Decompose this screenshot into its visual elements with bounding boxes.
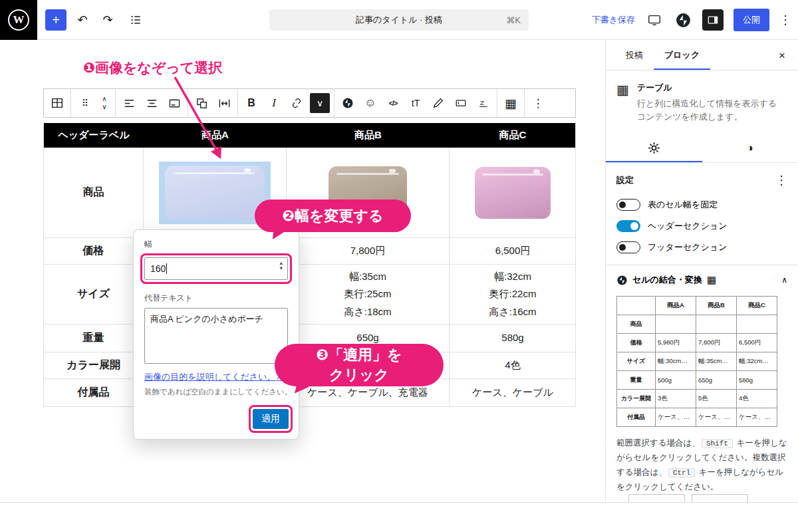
table-cell[interactable]: 幅:32cm奥行:22cm高さ:16cm — [450, 265, 576, 324]
inline-code-icon[interactable]: </> — [382, 92, 404, 114]
mini-cell[interactable]: 付属品 — [617, 408, 656, 427]
table-cell[interactable]: 幅:35cm奥行:25cm高さ:18cm — [287, 265, 450, 324]
row-label[interactable]: サイズ — [44, 265, 144, 324]
mini-cell[interactable] — [656, 315, 696, 334]
table-cell[interactable]: 7,800円 — [287, 238, 450, 264]
move-down-icon[interactable]: ∨ — [102, 104, 106, 110]
mini-cell[interactable] — [737, 315, 777, 334]
mini-cell[interactable]: カラー展開 — [617, 390, 656, 408]
link-icon[interactable] — [285, 92, 308, 114]
row-label[interactable]: 商品 — [44, 148, 144, 237]
toggle-footer-section[interactable]: フッターセクション — [606, 237, 798, 258]
mini-cell[interactable]: 重量 — [617, 371, 656, 390]
toggle-off-switch[interactable] — [616, 241, 640, 253]
mini-cell[interactable]: 4色 — [737, 390, 777, 408]
align-left-icon[interactable] — [118, 92, 140, 114]
block-inserter-button[interactable]: + — [45, 9, 66, 31]
mini-cell[interactable]: 価格 — [617, 334, 656, 352]
options-kebab-icon[interactable]: ⋮ — [779, 13, 791, 27]
close-icon[interactable]: × — [773, 47, 791, 65]
tab-settings-gear-icon[interactable] — [606, 134, 702, 162]
mini-cell[interactable]: 650g — [696, 371, 737, 390]
toggle-header-section[interactable]: ヘッダーセクション — [606, 215, 798, 237]
mini-cell[interactable]: 商品 — [617, 315, 656, 334]
toggle-fixed-cell-width[interactable]: 表のセル幅を固定 — [606, 194, 798, 215]
italic-icon[interactable]: I — [263, 92, 285, 114]
header-cell[interactable]: ヘッダーラベル — [44, 123, 144, 148]
mini-cell[interactable]: 幅:30cm… — [656, 352, 696, 371]
alt-text-textarea[interactable]: 商品A ピンクの小さめポーチ — [144, 308, 288, 364]
mini-cell[interactable]: 3色 — [656, 390, 696, 408]
table-cell[interactable]: ケース、ケーブル — [450, 379, 576, 406]
letter-case-icon[interactable]: tT — [404, 92, 427, 114]
mini-cell[interactable] — [696, 315, 737, 334]
tab-post[interactable]: 投稿 — [615, 40, 654, 70]
header-cell[interactable]: 商品C — [450, 123, 576, 148]
row-label[interactable]: 重量 — [44, 325, 144, 352]
toggle-on-switch[interactable] — [616, 220, 640, 232]
settings-kebab-icon[interactable]: ⋮ — [775, 173, 787, 188]
toggle-off-switch[interactable] — [616, 199, 640, 211]
sidebar-bottom-button[interactable] — [692, 494, 748, 502]
bold-icon[interactable]: B — [240, 92, 263, 114]
apply-button[interactable]: 適用 — [253, 409, 289, 429]
mini-cell[interactable]: 5色 — [696, 390, 737, 408]
table-cell[interactable]: 6,500円 — [450, 238, 576, 264]
mini-cell[interactable]: ケース、… — [656, 408, 696, 427]
emoji-icon[interactable]: ☺ — [359, 92, 382, 114]
mini-cell[interactable]: 幅:35cm… — [696, 352, 737, 371]
list-view-icon[interactable] — [125, 9, 146, 31]
mini-cell[interactable]: サイズ — [617, 352, 656, 371]
move-up-down-icons[interactable]: ∧ ∨ — [96, 92, 113, 114]
alt-text-help-link[interactable]: 画像の目的を説明してください。↗ — [144, 371, 283, 383]
sidebar-bottom-button[interactable] — [628, 494, 685, 502]
pouch-image-c[interactable] — [475, 167, 551, 219]
tab-block[interactable]: ブロック — [654, 40, 710, 70]
row-label[interactable]: 付属品 — [44, 379, 144, 406]
publish-button[interactable]: 公開 — [733, 9, 769, 31]
jetpack-format-icon[interactable] — [336, 92, 359, 114]
row-label[interactable]: カラー展開 — [44, 352, 144, 378]
textbox-format-icon[interactable] — [450, 92, 472, 114]
highlight-pen-icon[interactable] — [427, 92, 450, 114]
mini-cell[interactable]: 500g — [656, 371, 696, 390]
cell-merge-section-header[interactable]: セルの結合・変換 ▦ ∧ — [606, 265, 798, 295]
svg-text:Z: Z — [480, 99, 484, 106]
header-cell[interactable]: 商品B — [287, 123, 450, 148]
redo-icon[interactable]: ↷ — [97, 9, 118, 31]
tab-styles-icon[interactable]: ◑ — [702, 134, 798, 162]
width-input[interactable]: 160 ▴▾ — [144, 257, 288, 280]
kbd-format-icon[interactable]: Z — [472, 92, 495, 114]
table-cell[interactable]: 4色 — [450, 352, 576, 378]
mini-cell[interactable]: 幅:32cm… — [737, 352, 777, 371]
mini-cell[interactable]: 商品C — [737, 297, 777, 315]
mini-cell[interactable]: 商品B — [696, 297, 737, 315]
settings-sidebar-toggle[interactable] — [702, 9, 724, 31]
mini-cell[interactable]: 7,800円 — [696, 334, 737, 352]
save-draft-button[interactable]: 下書き保存 — [592, 14, 635, 26]
jetpack-icon[interactable] — [674, 11, 692, 29]
mini-cell[interactable]: ケース、… — [696, 408, 737, 427]
table-block-type-icon[interactable] — [46, 92, 68, 114]
number-stepper-icon[interactable]: ▴▾ — [279, 261, 283, 271]
more-formats-chevron-icon[interactable]: ∨ — [310, 93, 330, 113]
mini-cell[interactable]: ケース、… — [737, 408, 777, 427]
move-up-icon[interactable]: ∧ — [102, 96, 106, 102]
table-cell[interactable]: 580g — [450, 325, 576, 352]
image-settings-popover: 幅 160 ▴▾ 代替テキスト 商品A ピンクの小さめポーチ 画像の目的を説明し… — [133, 229, 299, 440]
product-a-image-selected[interactable] — [159, 162, 271, 224]
preview-monitor-icon[interactable] — [645, 11, 664, 29]
table-edit-icon[interactable]: ▦ — [499, 92, 522, 114]
row-label[interactable]: 価格 — [44, 238, 144, 264]
mini-cell[interactable]: 商品A — [656, 297, 696, 315]
chevron-up-icon[interactable]: ∧ — [781, 275, 787, 285]
wordpress-logo-icon[interactable]: W — [0, 0, 37, 40]
mini-cell[interactable]: 580g — [737, 371, 777, 390]
mini-cell[interactable]: 6,500円 — [737, 334, 777, 352]
undo-icon[interactable]: ↶ — [72, 9, 93, 31]
document-title-button[interactable]: 記事のタイトル · 投稿 ⌘K — [269, 9, 529, 31]
drag-handle-icon[interactable]: ⠿ — [73, 92, 96, 114]
mini-cell[interactable]: 5,980円 — [656, 334, 696, 352]
block-options-kebab-icon[interactable]: ⋮ — [527, 92, 549, 114]
mini-cell[interactable] — [617, 297, 656, 315]
